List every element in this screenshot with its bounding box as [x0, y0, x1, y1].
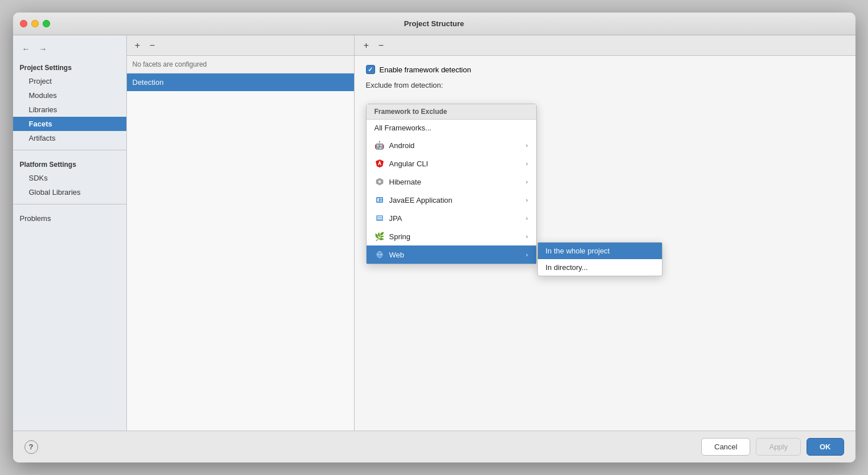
javaee-label: JavaEE Application: [389, 196, 452, 204]
no-facets-label: No facets are configured: [127, 56, 354, 73]
sidebar-item-project[interactable]: Project: [13, 74, 126, 88]
center-toolbar: + −: [127, 35, 354, 56]
right-toolbar: + −: [355, 35, 855, 56]
window-title: Project Structure: [404, 19, 464, 28]
sidebar-nav: ← →: [13, 40, 126, 58]
javaee-chevron: ›: [526, 196, 528, 203]
javaee-icon: [375, 195, 385, 205]
sidebar: ← → Project Settings Project Modules Lib…: [13, 35, 127, 431]
framework-exclude-dropdown: Framework to Exclude All Frameworks... 🤖…: [366, 104, 537, 264]
in-directory-item[interactable]: In directory...: [538, 259, 662, 276]
detection-content: Enable framework detection Exclude from …: [355, 56, 855, 99]
bottom-actions: Cancel Apply OK: [701, 438, 844, 456]
sidebar-item-artifacts[interactable]: Artifacts: [13, 131, 126, 145]
help-button[interactable]: ?: [24, 440, 38, 454]
center-panel: + − No facets are configured Detection: [127, 35, 355, 431]
project-settings-header: Project Settings: [13, 58, 126, 74]
bottom-bar: ? Cancel Apply OK: [13, 431, 855, 462]
svg-rect-6: [380, 198, 382, 199]
web-item[interactable]: Web › In the whole project In directory.…: [367, 245, 536, 264]
enable-detection-label: Enable framework detection: [380, 65, 471, 74]
back-arrow[interactable]: ←: [20, 43, 32, 55]
sidebar-divider: [13, 150, 126, 150]
cancel-button[interactable]: Cancel: [701, 438, 750, 456]
android-chevron: ›: [526, 142, 528, 149]
jpa-item[interactable]: JPA ›: [367, 209, 536, 227]
main-content: ← → Project Settings Project Modules Lib…: [13, 35, 855, 431]
minimize-button[interactable]: [31, 20, 39, 27]
right-panel: + − Enable framework detection Exclude f…: [355, 35, 855, 431]
svg-rect-9: [377, 216, 382, 218]
platform-settings-header: Platform Settings: [13, 155, 126, 171]
window-controls: [20, 20, 50, 27]
jpa-chevron: ›: [526, 215, 528, 222]
ok-button[interactable]: OK: [807, 438, 844, 456]
apply-button[interactable]: Apply: [756, 438, 801, 456]
remove-button[interactable]: −: [146, 39, 159, 52]
right-add-button[interactable]: +: [360, 39, 373, 52]
exclude-label: Exclude from detection:: [366, 81, 844, 89]
web-chevron: ›: [526, 251, 528, 258]
svg-rect-7: [380, 200, 382, 202]
svg-rect-5: [377, 198, 379, 202]
angular-cli-item[interactable]: Angular CLI ›: [367, 154, 536, 173]
angular-label: Angular CLI: [389, 159, 429, 168]
sidebar-item-facets[interactable]: Facets: [13, 117, 126, 131]
detection-item[interactable]: Detection: [127, 73, 354, 91]
spring-label: Spring: [389, 232, 411, 241]
web-icon: [375, 249, 385, 260]
android-item[interactable]: 🤖 Android ›: [367, 136, 536, 154]
maximize-button[interactable]: [43, 20, 50, 27]
hibernate-icon: [375, 177, 385, 187]
all-frameworks-item[interactable]: All Frameworks...: [367, 120, 536, 136]
enable-detection-row: Enable framework detection: [366, 65, 844, 74]
sidebar-item-libraries[interactable]: Libraries: [13, 103, 126, 117]
sidebar-item-global-libraries[interactable]: Global Libraries: [13, 185, 126, 199]
right-remove-button[interactable]: −: [375, 39, 388, 52]
spring-chevron: ›: [526, 233, 528, 240]
jpa-icon: [375, 213, 385, 223]
web-label: Web: [389, 251, 405, 259]
sidebar-divider-2: [13, 204, 126, 204]
dropdown-header: Framework to Exclude: [367, 104, 536, 120]
svg-rect-10: [377, 218, 382, 219]
title-bar: Project Structure: [13, 13, 855, 35]
dropdown-container: Framework to Exclude All Frameworks... 🤖…: [366, 104, 537, 264]
jpa-label: JPA: [389, 214, 402, 223]
android-label: Android: [389, 141, 415, 150]
hibernate-item[interactable]: Hibernate ›: [367, 173, 536, 191]
whole-project-item[interactable]: In the whole project: [538, 243, 662, 259]
sidebar-item-modules[interactable]: Modules: [13, 88, 126, 103]
angular-chevron: ›: [526, 160, 528, 167]
sidebar-item-sdks[interactable]: SDKs: [13, 171, 126, 185]
android-icon: 🤖: [375, 140, 385, 150]
enable-detection-checkbox[interactable]: [366, 65, 375, 74]
hibernate-label: Hibernate: [389, 178, 421, 186]
angular-icon: [375, 158, 385, 169]
spring-icon: 🌿: [375, 231, 385, 241]
sidebar-item-problems[interactable]: Problems: [13, 211, 126, 226]
hibernate-chevron: ›: [526, 178, 528, 185]
forward-arrow[interactable]: →: [37, 43, 50, 55]
svg-rect-4: [376, 197, 383, 203]
add-button[interactable]: +: [131, 39, 144, 52]
javaee-item[interactable]: JavaEE Application ›: [367, 191, 536, 209]
project-structure-window: Project Structure ← → Project Settings P…: [13, 13, 855, 462]
web-submenu: In the whole project In directory...: [537, 242, 663, 276]
close-button[interactable]: [20, 20, 27, 27]
spring-item[interactable]: 🌿 Spring ›: [367, 227, 536, 245]
